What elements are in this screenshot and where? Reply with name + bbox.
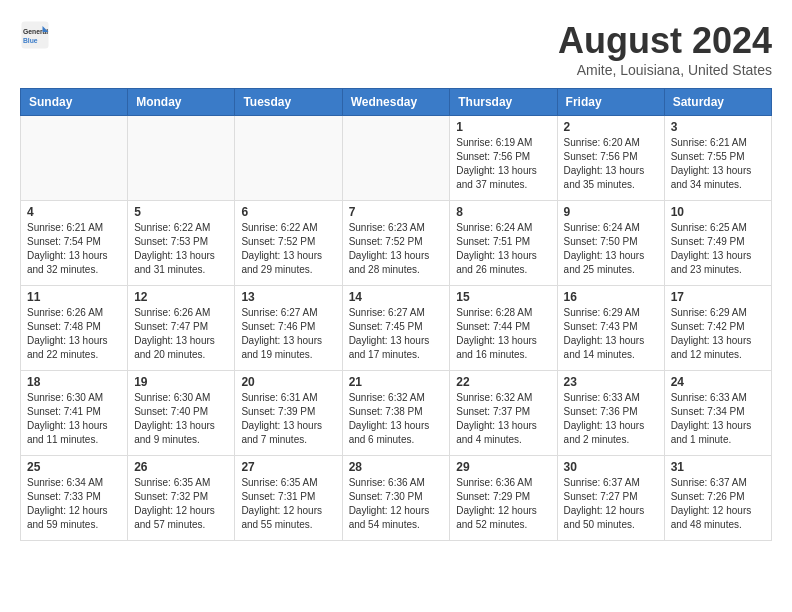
day-number: 10	[671, 205, 765, 219]
day-info: Sunrise: 6:34 AM Sunset: 7:33 PM Dayligh…	[27, 476, 121, 532]
day-number: 11	[27, 290, 121, 304]
day-info: Sunrise: 6:26 AM Sunset: 7:48 PM Dayligh…	[27, 306, 121, 362]
title-section: August 2024 Amite, Louisiana, United Sta…	[558, 20, 772, 78]
day-number: 8	[456, 205, 550, 219]
day-info: Sunrise: 6:35 AM Sunset: 7:32 PM Dayligh…	[134, 476, 228, 532]
day-info: Sunrise: 6:33 AM Sunset: 7:36 PM Dayligh…	[564, 391, 658, 447]
day-info: Sunrise: 6:33 AM Sunset: 7:34 PM Dayligh…	[671, 391, 765, 447]
day-number: 30	[564, 460, 658, 474]
table-row: 3Sunrise: 6:21 AM Sunset: 7:55 PM Daylig…	[664, 116, 771, 201]
day-info: Sunrise: 6:28 AM Sunset: 7:44 PM Dayligh…	[456, 306, 550, 362]
table-row: 24Sunrise: 6:33 AM Sunset: 7:34 PM Dayli…	[664, 371, 771, 456]
location: Amite, Louisiana, United States	[558, 62, 772, 78]
table-row: 12Sunrise: 6:26 AM Sunset: 7:47 PM Dayli…	[128, 286, 235, 371]
day-number: 19	[134, 375, 228, 389]
day-number: 12	[134, 290, 228, 304]
table-row: 29Sunrise: 6:36 AM Sunset: 7:29 PM Dayli…	[450, 456, 557, 541]
day-info: Sunrise: 6:29 AM Sunset: 7:43 PM Dayligh…	[564, 306, 658, 362]
day-number: 29	[456, 460, 550, 474]
day-info: Sunrise: 6:37 AM Sunset: 7:26 PM Dayligh…	[671, 476, 765, 532]
table-row: 18Sunrise: 6:30 AM Sunset: 7:41 PM Dayli…	[21, 371, 128, 456]
table-row: 30Sunrise: 6:37 AM Sunset: 7:27 PM Dayli…	[557, 456, 664, 541]
day-info: Sunrise: 6:20 AM Sunset: 7:56 PM Dayligh…	[564, 136, 658, 192]
week-row-2: 4Sunrise: 6:21 AM Sunset: 7:54 PM Daylig…	[21, 201, 772, 286]
day-info: Sunrise: 6:35 AM Sunset: 7:31 PM Dayligh…	[241, 476, 335, 532]
day-info: Sunrise: 6:29 AM Sunset: 7:42 PM Dayligh…	[671, 306, 765, 362]
day-info: Sunrise: 6:21 AM Sunset: 7:55 PM Dayligh…	[671, 136, 765, 192]
table-row: 6Sunrise: 6:22 AM Sunset: 7:52 PM Daylig…	[235, 201, 342, 286]
week-row-5: 25Sunrise: 6:34 AM Sunset: 7:33 PM Dayli…	[21, 456, 772, 541]
day-info: Sunrise: 6:24 AM Sunset: 7:51 PM Dayligh…	[456, 221, 550, 277]
day-number: 15	[456, 290, 550, 304]
header-monday: Monday	[128, 89, 235, 116]
table-row: 26Sunrise: 6:35 AM Sunset: 7:32 PM Dayli…	[128, 456, 235, 541]
table-row: 15Sunrise: 6:28 AM Sunset: 7:44 PM Dayli…	[450, 286, 557, 371]
table-row	[21, 116, 128, 201]
table-row: 23Sunrise: 6:33 AM Sunset: 7:36 PM Dayli…	[557, 371, 664, 456]
day-number: 26	[134, 460, 228, 474]
day-info: Sunrise: 6:26 AM Sunset: 7:47 PM Dayligh…	[134, 306, 228, 362]
day-info: Sunrise: 6:24 AM Sunset: 7:50 PM Dayligh…	[564, 221, 658, 277]
svg-text:Blue: Blue	[23, 37, 38, 44]
table-row: 1Sunrise: 6:19 AM Sunset: 7:56 PM Daylig…	[450, 116, 557, 201]
day-info: Sunrise: 6:22 AM Sunset: 7:52 PM Dayligh…	[241, 221, 335, 277]
header-sunday: Sunday	[21, 89, 128, 116]
table-row: 4Sunrise: 6:21 AM Sunset: 7:54 PM Daylig…	[21, 201, 128, 286]
day-info: Sunrise: 6:30 AM Sunset: 7:40 PM Dayligh…	[134, 391, 228, 447]
day-number: 28	[349, 460, 444, 474]
header-wednesday: Wednesday	[342, 89, 450, 116]
day-number: 6	[241, 205, 335, 219]
table-row: 9Sunrise: 6:24 AM Sunset: 7:50 PM Daylig…	[557, 201, 664, 286]
table-row: 5Sunrise: 6:22 AM Sunset: 7:53 PM Daylig…	[128, 201, 235, 286]
table-row	[128, 116, 235, 201]
header-tuesday: Tuesday	[235, 89, 342, 116]
day-number: 16	[564, 290, 658, 304]
table-row: 2Sunrise: 6:20 AM Sunset: 7:56 PM Daylig…	[557, 116, 664, 201]
day-info: Sunrise: 6:27 AM Sunset: 7:45 PM Dayligh…	[349, 306, 444, 362]
day-number: 18	[27, 375, 121, 389]
day-number: 9	[564, 205, 658, 219]
day-info: Sunrise: 6:31 AM Sunset: 7:39 PM Dayligh…	[241, 391, 335, 447]
table-row	[342, 116, 450, 201]
table-row: 31Sunrise: 6:37 AM Sunset: 7:26 PM Dayli…	[664, 456, 771, 541]
day-number: 17	[671, 290, 765, 304]
day-number: 21	[349, 375, 444, 389]
header-thursday: Thursday	[450, 89, 557, 116]
day-info: Sunrise: 6:25 AM Sunset: 7:49 PM Dayligh…	[671, 221, 765, 277]
day-number: 25	[27, 460, 121, 474]
day-number: 27	[241, 460, 335, 474]
day-number: 14	[349, 290, 444, 304]
day-info: Sunrise: 6:19 AM Sunset: 7:56 PM Dayligh…	[456, 136, 550, 192]
day-number: 7	[349, 205, 444, 219]
table-row: 8Sunrise: 6:24 AM Sunset: 7:51 PM Daylig…	[450, 201, 557, 286]
table-row: 13Sunrise: 6:27 AM Sunset: 7:46 PM Dayli…	[235, 286, 342, 371]
table-row	[235, 116, 342, 201]
logo: General Blue	[20, 20, 50, 50]
day-number: 5	[134, 205, 228, 219]
day-number: 4	[27, 205, 121, 219]
day-info: Sunrise: 6:32 AM Sunset: 7:37 PM Dayligh…	[456, 391, 550, 447]
header-friday: Friday	[557, 89, 664, 116]
day-number: 13	[241, 290, 335, 304]
day-info: Sunrise: 6:23 AM Sunset: 7:52 PM Dayligh…	[349, 221, 444, 277]
day-info: Sunrise: 6:36 AM Sunset: 7:30 PM Dayligh…	[349, 476, 444, 532]
table-row: 28Sunrise: 6:36 AM Sunset: 7:30 PM Dayli…	[342, 456, 450, 541]
day-info: Sunrise: 6:21 AM Sunset: 7:54 PM Dayligh…	[27, 221, 121, 277]
table-row: 11Sunrise: 6:26 AM Sunset: 7:48 PM Dayli…	[21, 286, 128, 371]
table-row: 10Sunrise: 6:25 AM Sunset: 7:49 PM Dayli…	[664, 201, 771, 286]
table-row: 25Sunrise: 6:34 AM Sunset: 7:33 PM Dayli…	[21, 456, 128, 541]
table-row: 7Sunrise: 6:23 AM Sunset: 7:52 PM Daylig…	[342, 201, 450, 286]
day-info: Sunrise: 6:37 AM Sunset: 7:27 PM Dayligh…	[564, 476, 658, 532]
calendar-table: Sunday Monday Tuesday Wednesday Thursday…	[20, 88, 772, 541]
table-row: 17Sunrise: 6:29 AM Sunset: 7:42 PM Dayli…	[664, 286, 771, 371]
day-number: 24	[671, 375, 765, 389]
day-info: Sunrise: 6:30 AM Sunset: 7:41 PM Dayligh…	[27, 391, 121, 447]
weekday-header-row: Sunday Monday Tuesday Wednesday Thursday…	[21, 89, 772, 116]
day-number: 31	[671, 460, 765, 474]
day-info: Sunrise: 6:36 AM Sunset: 7:29 PM Dayligh…	[456, 476, 550, 532]
header-saturday: Saturday	[664, 89, 771, 116]
day-number: 1	[456, 120, 550, 134]
table-row: 21Sunrise: 6:32 AM Sunset: 7:38 PM Dayli…	[342, 371, 450, 456]
logo-icon: General Blue	[20, 20, 50, 50]
table-row: 27Sunrise: 6:35 AM Sunset: 7:31 PM Dayli…	[235, 456, 342, 541]
